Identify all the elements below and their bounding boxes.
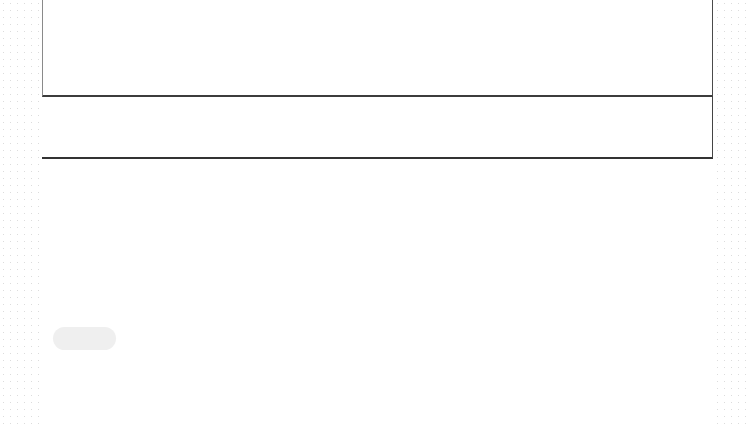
year-banners [42, 97, 713, 134]
balance-curve-plot [43, 0, 712, 95]
margin-histogram-panel [42, 134, 713, 159]
margin-histogram [42, 134, 711, 157]
first-year-button[interactable] [53, 327, 116, 350]
first-year-banner [42, 97, 358, 134]
second-year-banner [358, 97, 712, 134]
balance-equity-chart [42, 0, 713, 97]
